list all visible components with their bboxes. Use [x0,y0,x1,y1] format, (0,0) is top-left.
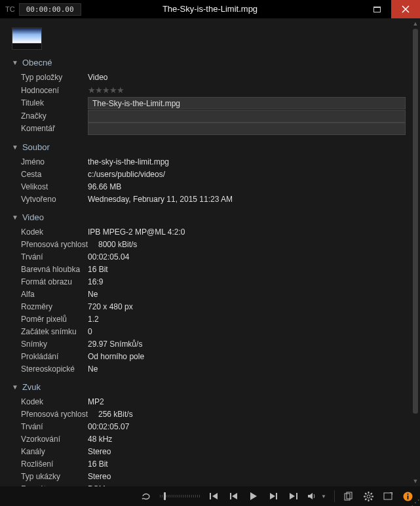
row-aspect: Formát obrazu16:9 [12,276,411,288]
section-title: Zvuk [22,382,41,392]
volume-icon[interactable] [307,490,318,502]
section-file[interactable]: ▼ Soubor [12,142,411,152]
row-abitrate: Přenosová rychlost256 kBit/s [12,408,411,421]
row-title: Titulek [12,97,411,110]
row-path: Cestac:/users/public/videos/ [12,168,411,181]
row-aduration: Trvání00:02:05.07 [12,421,411,433]
scroll-up-icon[interactable]: ▲ [413,18,419,29]
section-general[interactable]: ▼ Obecné [12,58,411,68]
shuttle-slider[interactable] [160,494,200,498]
row-depth: Barevná hloubka16 Bit [12,263,411,276]
maximize-button[interactable] [362,0,391,18]
media-thumbnail[interactable] [12,28,42,50]
main-panel: ▼ Obecné Typ položkyVideo Hodnocení★★★★★… [0,18,420,486]
svg-line-14 [370,498,372,499]
row-fps: Snímky29.97 Snímků/s [12,338,411,351]
close-button[interactable] [391,0,420,18]
row-alpha: AlfaNe [12,288,411,301]
row-ares: Rozlišení16 Bit [12,458,411,471]
properties-scroll: ▼ Obecné Typ položkyVideo Hodnocení★★★★★… [0,18,411,486]
tags-input[interactable] [88,110,406,123]
go-end-icon[interactable] [287,490,299,502]
prev-frame-icon[interactable] [228,490,240,502]
row-stereoscopic: StereoskopickéNe [12,363,411,376]
svg-point-8 [367,495,370,498]
row-type: Typ položkyVideo [12,71,411,84]
row-vcodec: KodekIPB MPEG-2 MP@ML 4:2:0 [12,226,411,239]
comment-input[interactable] [88,123,406,135]
resize-grip-icon[interactable]: ⋰ [411,499,419,506]
section-title: Obecné [22,58,52,68]
chevron-down-icon[interactable]: ▼ [321,494,326,499]
loop-icon[interactable] [140,490,152,502]
svg-rect-19 [407,496,408,499]
scrollbar-thumb[interactable] [413,29,418,414]
scroll-down-icon[interactable]: ▼ [413,476,419,486]
go-start-icon[interactable] [208,490,220,502]
row-vduration: Trvání00:02:05.04 [12,251,411,263]
row-channels: KanályStereo [12,446,411,458]
section-title: Video [22,212,44,222]
chevron-down-icon: ▼ [12,214,18,221]
rating-stars[interactable]: ★★★★★ [88,84,124,97]
row-par: Poměr pixelů1.2 [12,313,411,326]
row-start: Začátek snímku0 [12,326,411,338]
gear-icon[interactable] [362,490,374,502]
timecode-value[interactable]: 00:00:00.00 [19,3,81,16]
row-sampletype: Typ ukázkyStereo [12,471,411,483]
row-sample: Vzorkování48 kHz [12,433,411,446]
timecode-label: TC [5,5,15,13]
chevron-down-icon: ▼ [12,59,18,66]
section-audio[interactable]: ▼ Zvuk [12,382,411,392]
row-interlace: ProkládáníOd horního pole [12,351,411,363]
svg-rect-17 [384,493,392,499]
section-title: Soubor [22,142,50,152]
row-name: Jménothe-sky-is-the-limit.mpg [12,156,411,168]
separator [334,490,335,502]
svg-line-16 [365,498,366,499]
row-created: VytvořenoWednesday, February 11, 2015 11… [12,193,411,206]
row-dims: Rozměry720 x 480 px [12,301,411,313]
row-comment: Komentář [12,123,411,136]
row-size: Velikost96.66 MB [12,181,411,193]
row-vbitrate: Přenosová rychlost8000 kBit/s [12,239,411,251]
fullscreen-icon[interactable] [382,490,394,502]
vertical-scrollbar[interactable]: ▲ ▼ [411,18,420,486]
row-rating: Hodnocení★★★★★ [12,84,411,97]
player-toolbar: ▼ ⋰ [0,486,420,506]
titlebar: TC 00:00:00.00 The-Sky-is-the-Limit.mpg [0,0,420,18]
svg-rect-2 [210,493,211,499]
title-input[interactable] [88,97,406,109]
row-tags: Značky [12,110,411,123]
svg-rect-5 [296,493,297,499]
chevron-down-icon: ▼ [12,144,18,151]
play-icon[interactable] [248,490,259,502]
section-video[interactable]: ▼ Video [12,212,411,222]
copy-icon[interactable] [343,490,354,502]
next-frame-icon[interactable] [267,490,279,502]
svg-line-13 [365,493,366,494]
svg-rect-4 [276,493,277,499]
row-acodec: KodekMP2 [12,396,411,408]
svg-line-15 [370,493,372,494]
window-controls [362,0,420,18]
svg-rect-3 [230,493,231,499]
chevron-down-icon: ▼ [12,383,18,391]
scrollbar-track[interactable] [413,29,418,476]
svg-rect-20 [407,494,408,495]
